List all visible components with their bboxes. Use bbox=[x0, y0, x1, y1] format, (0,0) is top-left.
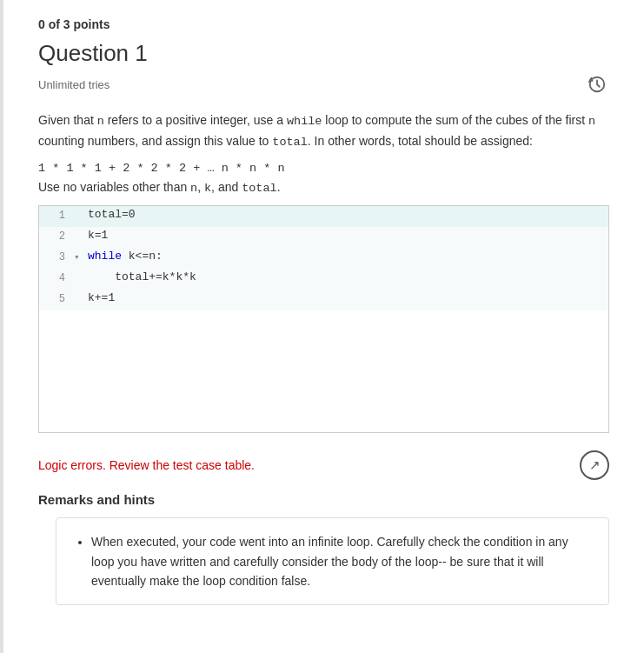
question-title: Question 1 bbox=[38, 40, 609, 67]
code-editor[interactable]: 1 total=0 2 k=1 3 ▾ while k<=n: 4 total+… bbox=[38, 205, 609, 433]
line-num-5: 5 bbox=[39, 291, 74, 305]
tries-row: Unlimited tries bbox=[38, 72, 609, 97]
tries-label: Unlimited tries bbox=[38, 78, 110, 91]
code-line-3: 3 ▾ while k<=n: bbox=[39, 248, 608, 269]
code-empty-area[interactable] bbox=[39, 310, 608, 432]
line-arrow-2 bbox=[74, 229, 86, 230]
no-vars-text: Use no variables other than n, k, and to… bbox=[38, 180, 609, 195]
line-content-1: total=0 bbox=[86, 208, 608, 221]
line-content-4: total+=k*k*k bbox=[86, 270, 608, 283]
line-num-3: 3 bbox=[39, 250, 74, 263]
expand-icon: ↗ bbox=[589, 457, 601, 473]
line-arrow-4 bbox=[74, 270, 86, 272]
line-num-1: 1 bbox=[39, 208, 74, 222]
code-line-5: 5 k+=1 bbox=[39, 290, 608, 310]
code-while: while bbox=[287, 115, 322, 128]
code-n-2: n bbox=[588, 115, 595, 128]
line-arrow-5 bbox=[74, 291, 86, 293]
hints-list: When executed, your code went into an in… bbox=[74, 532, 591, 590]
question-description: Given that n refers to a positive intege… bbox=[38, 110, 609, 151]
error-text: Logic errors. Review the test case table… bbox=[38, 458, 255, 472]
code-line-2: 2 k=1 bbox=[39, 227, 608, 248]
line-content-3: while k<=n: bbox=[86, 250, 608, 263]
formula: 1 * 1 * 1 + 2 * 2 * 2 + … n * n * n bbox=[38, 162, 609, 175]
main-container: 0 of 3 points Question 1 Unlimited tries… bbox=[0, 0, 644, 653]
code-total-1: total bbox=[272, 136, 308, 149]
code-total-2: total bbox=[242, 182, 277, 195]
line-content-2: k=1 bbox=[86, 229, 608, 242]
code-k: k bbox=[204, 182, 211, 195]
line-num-4: 4 bbox=[39, 270, 74, 284]
score-label: 0 of 3 points bbox=[38, 17, 609, 31]
hint-box: When executed, your code went into an in… bbox=[56, 517, 609, 605]
remarks-title: Remarks and hints bbox=[38, 492, 609, 507]
line-content-5: k+=1 bbox=[86, 291, 608, 304]
line-num-2: 2 bbox=[39, 229, 74, 243]
code-n-1: n bbox=[97, 115, 104, 128]
line-arrow-3: ▾ bbox=[74, 250, 86, 263]
history-icon[interactable] bbox=[585, 72, 609, 97]
expand-button[interactable]: ↗ bbox=[580, 450, 609, 480]
error-row: Logic errors. Review the test case table… bbox=[38, 450, 609, 480]
line-arrow-1 bbox=[74, 208, 86, 210]
code-line-4: 4 total+=k*k*k bbox=[39, 269, 608, 290]
hint-item-1: When executed, your code went into an in… bbox=[91, 532, 591, 590]
code-n-3: n bbox=[190, 182, 197, 195]
code-line-1: 1 total=0 bbox=[39, 206, 608, 227]
